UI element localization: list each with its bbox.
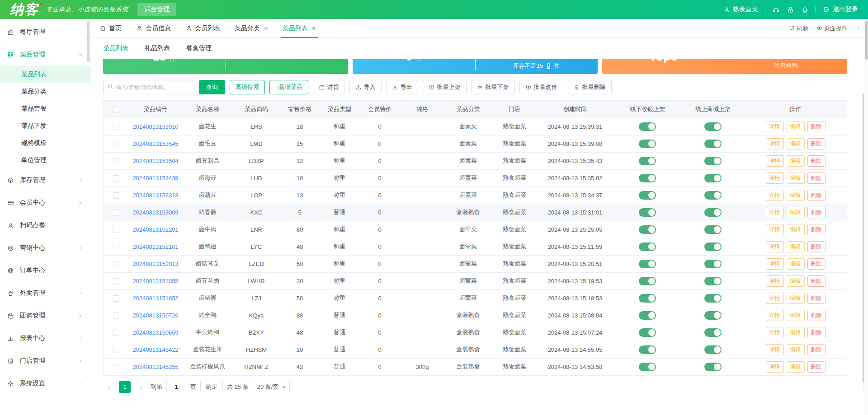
detail-button[interactable]: 详情 xyxy=(766,344,784,355)
delete-button[interactable]: 删除 xyxy=(807,310,826,321)
edit-button[interactable]: 编辑 xyxy=(787,310,805,321)
delete-button[interactable]: 删除 xyxy=(807,207,826,218)
close-icon[interactable]: × xyxy=(264,25,268,32)
select-all-checkbox[interactable] xyxy=(113,107,119,113)
offline-shelf-toggle[interactable] xyxy=(639,157,656,165)
sidebar-item-report[interactable]: 报表中心 xyxy=(0,327,90,350)
detail-button[interactable]: 详情 xyxy=(766,275,784,287)
product-id-link[interactable]: 20240813153910 xyxy=(132,123,178,130)
toolbar-button-advanced-search[interactable]: 高级搜索 xyxy=(230,80,265,94)
sidebar-item-takeout[interactable]: 外卖管理 xyxy=(0,282,90,304)
toolbar-button-add-product[interactable]: +新增菜品 xyxy=(269,80,308,94)
goto-page-input[interactable] xyxy=(166,381,186,393)
delete-button[interactable]: 删除 xyxy=(807,190,826,201)
delete-button[interactable]: 删除 xyxy=(807,173,826,184)
sidebar-item-store[interactable]: 门店管理 xyxy=(0,350,90,372)
current-store[interactable]: 熟食卤菜 xyxy=(723,5,758,14)
sidebar-item-restaurant[interactable]: 餐厅管理 xyxy=(0,21,90,43)
delete-button[interactable]: 删除 xyxy=(807,344,826,355)
product-id-link[interactable]: 20240813153439 xyxy=(132,175,178,182)
online-shelf-toggle[interactable] xyxy=(704,311,722,320)
subtab-gift-list[interactable]: 礼品列表 xyxy=(145,44,170,52)
edit-button[interactable]: 编辑 xyxy=(787,173,805,184)
product-id-link[interactable]: 20240813152013 xyxy=(132,261,178,267)
online-shelf-toggle[interactable] xyxy=(704,260,722,268)
product-id-link[interactable]: 20240813150659 xyxy=(132,329,178,336)
sidebar-subitem-spec-template[interactable]: 规格模板 xyxy=(0,135,90,152)
offline-shelf-toggle[interactable] xyxy=(639,277,656,285)
detail-button[interactable]: 详情 xyxy=(766,224,784,235)
sidebar-item-settings[interactable]: 系统设置 xyxy=(0,372,90,395)
online-shelf-toggle[interactable] xyxy=(704,242,722,251)
detail-button[interactable]: 详情 xyxy=(766,310,784,321)
offline-shelf-toggle[interactable] xyxy=(639,140,656,148)
detail-button[interactable]: 详情 xyxy=(766,258,784,270)
row-checkbox[interactable] xyxy=(113,210,119,216)
detail-button[interactable]: 详情 xyxy=(766,121,784,132)
logout-button[interactable]: 退出登录 xyxy=(823,5,858,14)
online-shelf-toggle[interactable] xyxy=(704,122,722,131)
online-shelf-toggle[interactable] xyxy=(704,294,722,303)
online-shelf-toggle[interactable] xyxy=(704,174,722,182)
toolbar-button-export[interactable]: 导出 xyxy=(386,80,418,94)
sidebar-subitem-dish-category[interactable]: 菜品分类 xyxy=(0,83,90,100)
delete-button[interactable]: 删除 xyxy=(807,224,826,235)
bell-icon[interactable] xyxy=(801,6,809,14)
row-checkbox[interactable] xyxy=(113,227,119,233)
edit-button[interactable]: 编辑 xyxy=(787,190,805,201)
offline-shelf-toggle[interactable] xyxy=(639,260,656,268)
edit-button[interactable]: 编辑 xyxy=(787,258,805,270)
online-shelf-toggle[interactable] xyxy=(704,363,722,371)
edit-button[interactable]: 编辑 xyxy=(787,121,805,132)
stat-card-stock-warning[interactable]: 0 件 库存不足150件 xyxy=(353,59,598,74)
row-checkbox[interactable] xyxy=(113,364,119,370)
tab-dish-category[interactable]: 菜品分类× xyxy=(233,19,270,37)
row-checkbox[interactable] xyxy=(113,330,119,336)
toolbar-button-batch-off-shelf[interactable]: 批量下架 xyxy=(471,80,515,94)
edit-button[interactable]: 编辑 xyxy=(787,207,805,218)
offline-shelf-toggle[interactable] xyxy=(639,208,656,217)
toolbar-button-batch-on-shelf[interactable]: 批量上架 xyxy=(423,80,467,94)
product-id-link[interactable]: 20240813153504 xyxy=(132,158,178,164)
product-id-link[interactable]: 20240813153545 xyxy=(132,140,178,147)
offline-shelf-toggle[interactable] xyxy=(639,311,656,320)
online-shelf-toggle[interactable] xyxy=(704,345,722,354)
page-scrollbar-thumb[interactable] xyxy=(865,21,868,60)
lock-icon[interactable] xyxy=(787,6,794,14)
tab-member-list[interactable]: 会员列表 xyxy=(184,19,222,37)
sidebar-subitem-dish-dispatch[interactable]: 菜品下发 xyxy=(0,117,90,135)
subtab-box-manage[interactable]: 餐盒管理 xyxy=(186,44,212,52)
row-checkbox[interactable] xyxy=(113,244,119,250)
product-id-link[interactable]: 20240813150726 xyxy=(132,312,178,319)
detail-button[interactable]: 详情 xyxy=(766,361,784,373)
toolbar-button-batch-price[interactable]: 批量改价 xyxy=(519,80,563,94)
edit-button[interactable]: 编辑 xyxy=(787,241,805,252)
sidebar-item-scan-order[interactable]: 扫码点餐 xyxy=(0,214,90,237)
product-id-link[interactable]: 20240813152101 xyxy=(132,243,178,250)
online-shelf-toggle[interactable] xyxy=(704,225,722,234)
online-shelf-toggle[interactable] xyxy=(704,208,722,217)
edit-button[interactable]: 编辑 xyxy=(787,275,805,287)
edit-button[interactable]: 编辑 xyxy=(787,293,805,304)
page-number-button[interactable]: 1 xyxy=(119,381,131,393)
sidebar-item-dishes[interactable]: 菜品管理 xyxy=(0,43,90,66)
detail-button[interactable]: 详情 xyxy=(766,241,784,252)
delete-button[interactable]: 删除 xyxy=(807,327,826,338)
search-input[interactable] xyxy=(116,84,190,90)
toolbar-button-batch-delete[interactable]: 批量删除 xyxy=(568,80,612,94)
edit-button[interactable]: 编辑 xyxy=(787,224,805,235)
delete-button[interactable]: 删除 xyxy=(807,138,826,149)
tab-member-info[interactable]: 会员信息 xyxy=(134,19,173,37)
row-checkbox[interactable] xyxy=(113,347,119,353)
edit-button[interactable]: 编辑 xyxy=(787,327,805,338)
sidebar-item-marketing[interactable]: 营销中心 xyxy=(0,237,90,259)
product-id-link[interactable]: 20240813152201 xyxy=(132,226,178,233)
offline-shelf-toggle[interactable] xyxy=(639,225,656,234)
offline-shelf-toggle[interactable] xyxy=(639,174,656,182)
prev-page-button[interactable]: ‹ xyxy=(103,381,115,393)
edit-button[interactable]: 编辑 xyxy=(787,138,805,149)
offline-shelf-toggle[interactable] xyxy=(639,328,656,337)
product-id-link[interactable]: 20240813151652 xyxy=(132,295,178,302)
sidebar-scrollbar[interactable] xyxy=(87,21,90,415)
stat-card-onsale[interactable]: 15 件 xyxy=(103,59,348,74)
